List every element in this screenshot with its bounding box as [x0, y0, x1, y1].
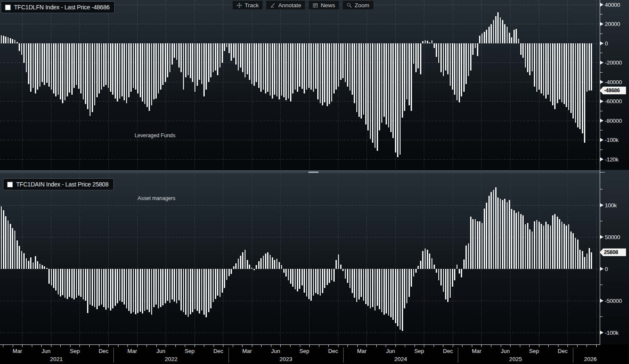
bar [297, 43, 298, 92]
month-label: Mar [472, 348, 481, 354]
x-axis-strip[interactable]: MarJunSepDec2021MarJunSepDec2022MarJunSe… [0, 344, 629, 364]
panel-resize-handle[interactable] [308, 172, 319, 173]
track-move-icon [237, 3, 242, 8]
bar [379, 269, 380, 309]
bar [550, 226, 551, 269]
legend-asset-managers[interactable]: TFC1DAIN Index - Last Price 25808 [3, 178, 114, 190]
bar [245, 250, 246, 269]
bar [135, 269, 136, 314]
bar [443, 43, 444, 76]
bar [472, 43, 474, 55]
bar [472, 219, 474, 269]
series-swatch [7, 182, 13, 187]
bar [206, 269, 207, 317]
bar [87, 269, 88, 313]
bar [192, 269, 193, 312]
y-tick-label: -80000 [605, 118, 622, 124]
bar [358, 269, 360, 299]
track-label: Track [245, 2, 259, 8]
bar [429, 42, 430, 43]
bar [534, 221, 535, 269]
bar [350, 43, 351, 90]
bar [422, 41, 423, 43]
bar [119, 43, 121, 99]
bar [30, 43, 31, 92]
bar [392, 269, 394, 320]
bar [365, 43, 367, 124]
bar [67, 269, 68, 299]
bar [507, 27, 508, 43]
bar [568, 43, 570, 110]
bar [372, 269, 373, 307]
bar [128, 43, 130, 97]
bar [26, 258, 27, 269]
track-button[interactable]: Track [232, 0, 263, 10]
leveraged-funds-panel[interactable] [0, 0, 600, 170]
y-tick-label: 100k [605, 202, 617, 209]
bar [363, 269, 364, 301]
bar [133, 43, 134, 88]
bar [427, 250, 428, 269]
bar [400, 43, 401, 155]
bar [516, 213, 517, 269]
bar [28, 261, 29, 269]
bar [58, 269, 59, 294]
month-label: Sep [299, 348, 309, 354]
bar [377, 269, 378, 306]
annotate-button[interactable]: Annotate [266, 0, 305, 10]
month-label: Dec [213, 348, 223, 354]
bar [395, 269, 396, 323]
bar [568, 224, 570, 269]
bar [290, 269, 291, 284]
bar [258, 261, 259, 269]
bar [477, 221, 478, 269]
bar [169, 43, 171, 72]
bar [220, 269, 221, 297]
bar [133, 269, 134, 312]
bar [39, 43, 41, 87]
bar [99, 43, 100, 93]
bar [386, 43, 387, 124]
chart-toolbar: Track Annotate News Zoom [232, 0, 374, 10]
bar [493, 20, 494, 43]
bar [292, 269, 293, 287]
bar [361, 43, 362, 119]
plot-area[interactable]: TFC1DLFN Index - Last Price -48686 TFC1D… [0, 0, 600, 344]
bar [315, 269, 316, 293]
bar [518, 39, 519, 43]
bar [251, 268, 253, 269]
annotation-asset-managers: Asset managers [138, 195, 175, 201]
zoom-button[interactable]: Zoom [342, 0, 374, 10]
news-button[interactable]: News [308, 0, 339, 10]
asset-managers-panel[interactable] [0, 174, 600, 344]
y-tick-label: -60000 [605, 98, 622, 104]
y-axis-strip[interactable]: 40000200000-20000-40000-60000-80000-100k… [600, 0, 629, 344]
bar [365, 269, 367, 304]
bar [108, 269, 109, 308]
bar [130, 43, 132, 92]
y-tick-label: 50000 [605, 234, 620, 240]
bar [190, 43, 191, 78]
month-label: Sep [185, 348, 195, 354]
x-axis-ticks [0, 344, 629, 364]
bar [452, 43, 453, 90]
bar [306, 269, 307, 296]
bar [372, 43, 373, 143]
year-label: 2024 [395, 356, 407, 362]
bar [162, 43, 164, 85]
bar [370, 269, 371, 308]
bar [582, 251, 583, 269]
bar [404, 43, 405, 111]
bar [238, 259, 239, 269]
bar [532, 43, 533, 71]
major-tick-arrow [600, 299, 604, 303]
bar [174, 43, 175, 58]
bar [436, 43, 437, 57]
bar [14, 231, 16, 269]
bar [500, 199, 501, 269]
bar [19, 43, 20, 51]
bar [288, 43, 289, 99]
legend-leveraged-funds[interactable]: TFC1DLFN Index - Last Price -48686 [1, 1, 115, 13]
bar [153, 269, 155, 307]
bar [417, 43, 419, 68]
